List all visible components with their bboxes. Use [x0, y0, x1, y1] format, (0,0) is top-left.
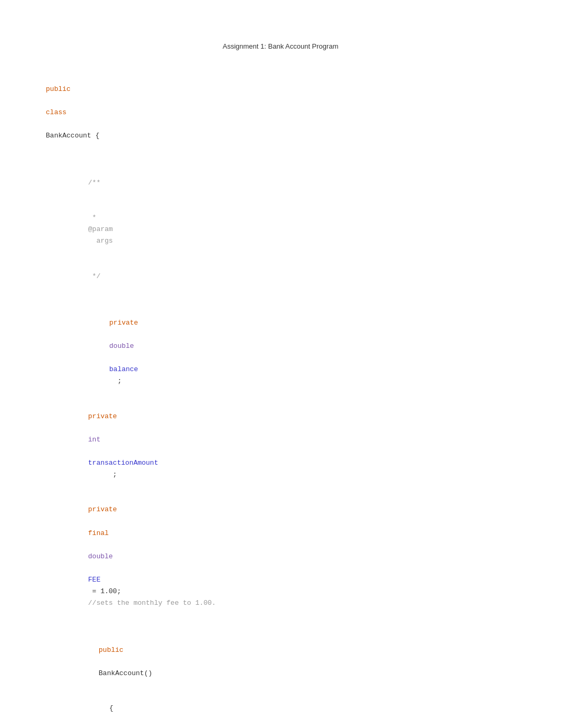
page-title: Assignment 1: Bank Account Program: [223, 42, 339, 50]
keyword-class: class: [46, 108, 67, 116]
title-section: Assignment 1: Bank Account Program: [21, 42, 540, 51]
field-balance: private double balance ;: [21, 306, 540, 399]
class-name: BankAccount {: [46, 132, 99, 140]
constructor1-balance: balance = 0;: [21, 726, 540, 728]
javadoc-end: */: [21, 259, 540, 294]
page-container: Assignment 1: Bank Account Program publi…: [0, 21, 561, 728]
class-declaration: public class BankAccount {: [21, 72, 540, 154]
constructor1-signature: public BankAccount(): [21, 633, 540, 691]
javadoc-start: /**: [21, 165, 540, 200]
field-transaction: private int transactionAmount ;: [21, 399, 540, 493]
keyword-public: public: [46, 85, 71, 93]
field-fee: private final double FEE = 1.00; //sets …: [21, 492, 540, 621]
javadoc-param: * @param args: [21, 200, 540, 259]
constructor1-open: {: [21, 691, 540, 726]
code-section: public class BankAccount { /** * @param …: [21, 72, 540, 728]
